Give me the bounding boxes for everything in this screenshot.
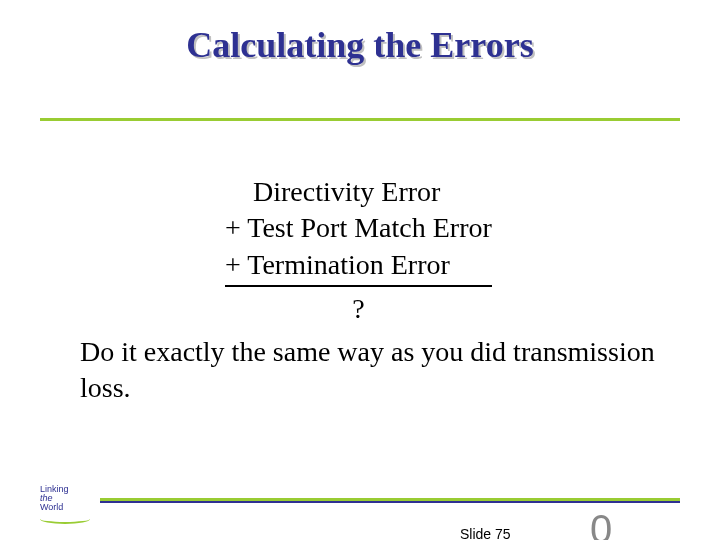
line-test-port-match-error: + Test Port Match Error <box>225 210 492 246</box>
line-termination-error: + Termination Error <box>225 247 492 283</box>
line-directivity-error: Directivity Error <box>225 174 492 210</box>
divider-bottom <box>40 498 680 504</box>
divider-top <box>40 118 680 121</box>
slide-number: Slide 75 <box>460 526 511 540</box>
result-question-mark: ? <box>225 291 492 327</box>
logo-swoosh-icon <box>40 514 90 524</box>
slide-title: Calculating the Errors <box>0 24 720 66</box>
sum-rule <box>225 285 492 287</box>
body-text: Do it exactly the same way as you did tr… <box>80 334 660 407</box>
content-area: Directivity Error + Test Port Match Erro… <box>80 174 660 406</box>
error-addition-block: Directivity Error + Test Port Match Erro… <box>225 174 492 328</box>
logo: Linking the World <box>40 485 90 524</box>
slide: Calculating the Errors Directivity Error… <box>0 24 720 540</box>
logo-line3: World <box>40 502 63 512</box>
footer-big-number: 0 <box>590 507 612 540</box>
divider-bottom-blue <box>100 501 680 503</box>
